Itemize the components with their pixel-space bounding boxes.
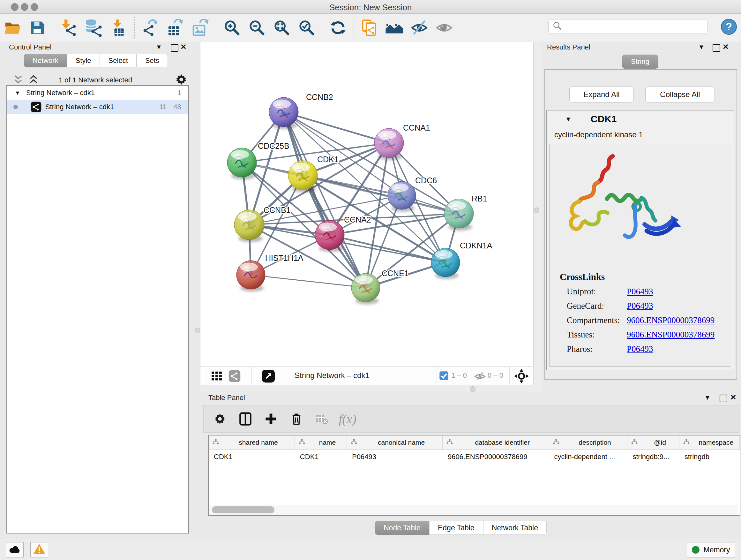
help-icon[interactable]: ? <box>721 18 737 37</box>
column-header-name[interactable]: name <box>295 435 347 449</box>
title-bar: Session: New Session <box>0 0 741 14</box>
tree-count: 48 <box>174 103 181 111</box>
crosslinks-title: CrossLinks <box>560 272 715 282</box>
network-tree-row[interactable]: String Network – cdk11148 <box>7 100 188 114</box>
gene-section: ▼ CDK1 cyclin-dependent kinase 1 <box>546 110 734 370</box>
close-panel-icon[interactable]: × <box>731 394 736 401</box>
search-box[interactable] <box>548 19 708 34</box>
close-panel-icon[interactable]: × <box>181 43 186 50</box>
node-CCNE1[interactable] <box>351 273 380 304</box>
column-header-canonical-name[interactable]: canonical name <box>347 435 443 449</box>
gene-name: CDK1 <box>591 114 617 125</box>
detach-view-icon[interactable] <box>262 369 275 384</box>
node-RB1[interactable] <box>444 199 474 231</box>
node-CCNB1[interactable] <box>234 210 264 242</box>
hidden-eye-icon[interactable] <box>474 371 486 383</box>
float-panel-icon[interactable] <box>171 44 179 52</box>
warning-button[interactable] <box>30 542 48 557</box>
duplicate-network-icon[interactable] <box>359 17 380 38</box>
splitter-handle[interactable] <box>470 386 475 392</box>
node-CDC25B[interactable] <box>227 148 257 179</box>
node-CCNA1[interactable] <box>374 128 404 160</box>
collapse-arrow-icon[interactable]: ▼ <box>15 90 20 97</box>
node-CDC6[interactable] <box>388 181 416 212</box>
node-CDKN1A[interactable] <box>431 248 460 279</box>
close-panel-icon[interactable]: × <box>723 43 729 50</box>
add-column-icon[interactable] <box>262 410 280 428</box>
network-view-canvas[interactable]: CCNB2CCNA1CDC25BCDK1CDC6RB1CCNB1CCNA2CDK… <box>200 42 534 366</box>
hide-eye-icon[interactable] <box>409 17 430 38</box>
tab-node-table[interactable]: Node Table <box>375 521 429 535</box>
tab-select[interactable]: Select <box>100 54 137 67</box>
search-input[interactable] <box>562 22 697 31</box>
panel-menu-icon[interactable]: ▼ <box>156 44 162 51</box>
export-network-icon[interactable] <box>140 17 161 38</box>
refresh-icon[interactable] <box>327 17 348 38</box>
crosslink-link[interactable]: P06493 <box>627 344 653 354</box>
crosslink-label: Compartments: <box>567 315 627 325</box>
node-CCNA2[interactable] <box>315 220 344 252</box>
memory-button[interactable]: Memory <box>687 542 735 557</box>
selected-nodes-checkbox[interactable] <box>439 371 449 382</box>
crosslink-link[interactable]: 9606.ENSP00000378699 <box>627 330 715 340</box>
collapse-all-button[interactable]: Collapse All <box>645 86 715 103</box>
tab-sets[interactable]: Sets <box>137 54 168 67</box>
collapse-gene-icon[interactable]: ▼ <box>565 116 571 122</box>
zoom-in-icon[interactable] <box>221 17 242 38</box>
zoom-fit-icon[interactable] <box>271 17 292 38</box>
import-network-icon[interactable] <box>58 17 79 38</box>
import-table-icon[interactable] <box>108 17 129 38</box>
tab-style[interactable]: Style <box>67 54 100 67</box>
crosslink-link[interactable]: P06493 <box>627 287 653 297</box>
column-header-database-identifier[interactable]: database identifier <box>443 435 549 449</box>
tab-network-table[interactable]: Network Table <box>483 521 547 535</box>
splitter-handle[interactable] <box>534 207 539 213</box>
network-view-icon[interactable] <box>228 370 241 383</box>
cloud-button[interactable] <box>6 542 23 557</box>
horizontal-scrollbar[interactable] <box>209 505 738 515</box>
tab-string[interactable]: String <box>622 55 658 69</box>
tab-edge-table[interactable]: Edge Table <box>429 521 483 535</box>
network-tree-row[interactable]: ▼String Network – cdk11 <box>7 86 188 100</box>
chevron-double-down-icon[interactable] <box>13 74 23 86</box>
float-panel-icon[interactable] <box>713 44 720 52</box>
expand-all-button[interactable]: Expand All <box>569 86 634 103</box>
homes-icon[interactable] <box>384 17 405 38</box>
toolbar-group <box>357 14 457 42</box>
table-row[interactable]: CDK1CDK1P064939606.ENSP00000378699cyclin… <box>209 450 740 464</box>
gene-description: cyclin-dependent kinase 1 <box>554 130 643 139</box>
table-toolbar: f(x) <box>203 405 739 433</box>
crosslink-link[interactable]: 9606.ENSP00000378699 <box>627 315 715 325</box>
selected-counts: 1 – 0 <box>451 371 467 380</box>
float-panel-icon[interactable] <box>720 395 727 402</box>
table-settings-icon[interactable] <box>211 410 229 428</box>
toolbar-separator <box>322 17 322 39</box>
column-header-namespace[interactable]: namespace <box>679 435 740 449</box>
table-tabs: Node TableEdge TableNetwork Table <box>375 521 547 535</box>
application-window: Session: New Session ? Control Panel ▼ ×… <box>0 0 741 560</box>
scrollbar-thumb[interactable] <box>212 506 274 513</box>
panel-menu-icon[interactable]: ▼ <box>698 44 704 50</box>
export-table-icon[interactable] <box>165 17 186 38</box>
crosslink-link[interactable]: P06493 <box>627 301 653 311</box>
birdseye-navigator-icon[interactable] <box>514 369 529 385</box>
tab-network[interactable]: Network <box>24 54 67 67</box>
export-image-icon[interactable] <box>190 17 211 38</box>
grid-view-icon[interactable] <box>211 370 223 383</box>
show-columns-icon[interactable] <box>236 410 255 428</box>
zoom-selected-icon[interactable] <box>296 17 317 38</box>
open-session-icon[interactable] <box>2 17 23 38</box>
splitter-handle[interactable] <box>195 327 200 333</box>
panel-menu-icon[interactable]: ▼ <box>704 394 711 401</box>
node-CDK1[interactable] <box>288 161 318 192</box>
import-network-database-icon[interactable] <box>83 17 105 38</box>
chevron-double-up-icon[interactable] <box>28 74 39 86</box>
node-HIST1H1A[interactable] <box>237 260 265 292</box>
save-session-icon[interactable] <box>27 17 48 38</box>
zoom-out-icon[interactable] <box>246 17 267 38</box>
delete-column-icon[interactable] <box>287 410 306 428</box>
column-header-shared-name[interactable]: shared name <box>209 435 295 449</box>
column-header--id[interactable]: @id <box>627 435 679 449</box>
eye-icon[interactable] <box>434 17 455 38</box>
column-header-description[interactable]: description <box>549 435 628 449</box>
